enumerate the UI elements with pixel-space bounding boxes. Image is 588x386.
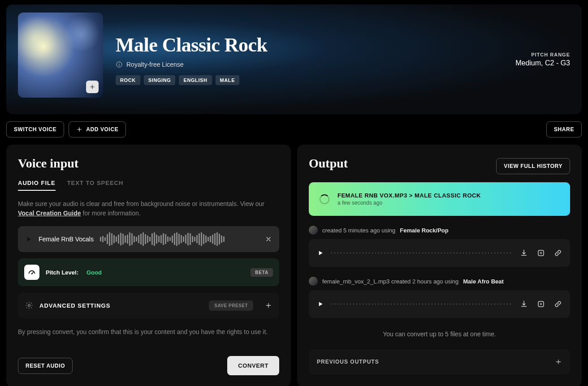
player-actions: [520, 300, 562, 308]
share-link-button[interactable]: [554, 300, 562, 308]
output-header: Output VIEW FULL HISTORY: [309, 156, 570, 176]
voice-image: [18, 13, 103, 98]
audio-player: [309, 290, 570, 318]
uploaded-audio-row: Female RnB Vocals: [18, 226, 279, 252]
tag-item: ROCK: [116, 75, 140, 85]
play-button[interactable]: [317, 300, 324, 308]
enhance-button[interactable]: [537, 249, 545, 257]
beta-badge: BETA: [251, 268, 273, 277]
input-footer: RESET AUDIO CONVERT: [18, 356, 279, 375]
rights-disclaimer: By pressing convert, you confirm that th…: [18, 328, 279, 335]
output-item-voice: Male Afro Beat: [463, 278, 504, 285]
input-tabs: AUDIO FILE TEXT TO SPEECH: [18, 176, 279, 191]
plus-icon: [265, 302, 272, 309]
voice-input-title: Voice input: [18, 156, 279, 171]
output-item-prefix: female_rnb_vox_2_L.mp3 created 2 hours a…: [322, 278, 458, 285]
output-title: Output: [309, 156, 348, 171]
view-history-label: VIEW FULL HISTORY: [504, 163, 562, 169]
advanced-settings-row[interactable]: ADVANCED SETTINGS SAVE PRESET: [18, 292, 279, 318]
previous-outputs-label: PREVIOUS OUTPUTS: [317, 359, 379, 365]
pitch-level-box: Pitch Level: Good BETA: [18, 258, 279, 286]
previous-outputs-row[interactable]: PREVIOUS OUTPUTS: [309, 349, 570, 374]
add-image-button[interactable]: [86, 81, 99, 93]
link-icon: [554, 249, 562, 257]
download-icon: [520, 300, 528, 308]
plus-icon: [76, 126, 82, 133]
enhance-button[interactable]: [537, 300, 545, 308]
spinner-icon: [320, 194, 329, 204]
output-meta: female_rnb_vox_2_L.mp3 created 2 hours a…: [309, 277, 570, 286]
pitch-range-label: PITCH RANGE: [515, 52, 570, 57]
hero-content: Male Classic Rock Royalty-free License R…: [116, 13, 268, 106]
play-icon: [317, 300, 324, 308]
convert-button[interactable]: CONVERT: [227, 356, 279, 375]
player-actions: [520, 249, 562, 257]
pitch-range-value: Medium, C2 - G3: [515, 59, 570, 67]
link-icon: [554, 300, 562, 308]
download-icon: [520, 249, 528, 257]
progress-track[interactable]: [331, 304, 513, 305]
switch-voice-button[interactable]: SWITCH VOICE: [6, 121, 64, 137]
svg-point-2: [28, 305, 30, 307]
plus-icon: [555, 358, 562, 365]
output-item-voice: Female Rock/Pop: [400, 227, 448, 234]
info-icon: [116, 61, 123, 68]
processing-time: a few seconds ago: [337, 200, 481, 206]
save-preset-button[interactable]: SAVE PRESET: [209, 300, 253, 311]
download-button[interactable]: [520, 300, 528, 308]
pitch-range: PITCH RANGE Medium, C2 - G3: [515, 52, 570, 67]
help-text-1: Make sure your audio is clear and free f…: [18, 200, 264, 207]
tab-audio-file[interactable]: AUDIO FILE: [18, 176, 56, 191]
tab-text-to-speech[interactable]: TEXT TO SPEECH: [67, 176, 124, 191]
avatar: [309, 226, 318, 235]
reset-audio-button[interactable]: RESET AUDIO: [18, 358, 73, 374]
voice-title: Male Classic Rock: [116, 34, 268, 56]
switch-voice-label: SWITCH VOICE: [14, 126, 56, 133]
toolbar: SWITCH VOICE ADD VOICE SHARE: [6, 121, 582, 137]
vocal-creation-guide-link[interactable]: Vocal Creation Guide: [18, 210, 81, 217]
output-item: female_rnb_vox_2_L.mp3 created 2 hours a…: [309, 277, 570, 318]
output-meta: created 5 minutes ago using Female Rock/…: [309, 226, 570, 235]
play-button[interactable]: [317, 249, 324, 257]
download-button[interactable]: [520, 249, 528, 257]
convert-hint: You can convert up to 5 files at one tim…: [309, 330, 570, 338]
waveform[interactable]: [100, 231, 259, 247]
help-text: Make sure your audio is clear and free f…: [18, 199, 279, 218]
gauge-icon: [24, 265, 39, 280]
add-voice-button[interactable]: ADD VOICE: [69, 121, 126, 137]
processing-title: FEMALE RNB VOX.MP3 > MALE CLASSIC ROCK: [337, 192, 481, 199]
progress-track[interactable]: [331, 253, 513, 253]
pitch-level-label: Pitch Level:: [46, 269, 78, 276]
output-item-prefix: created 5 minutes ago using: [322, 227, 395, 234]
pitch-level-value: Good: [86, 269, 102, 276]
audio-file-name: Female RnB Vocals: [39, 236, 94, 243]
view-full-history-button[interactable]: VIEW FULL HISTORY: [496, 158, 570, 174]
output-item: created 5 minutes ago using Female Rock/…: [309, 226, 570, 267]
play-icon: [317, 249, 324, 257]
add-preset-button[interactable]: [265, 302, 272, 309]
sparkle-icon: [537, 249, 545, 257]
add-voice-label: ADD VOICE: [86, 126, 118, 133]
output-panel: Output VIEW FULL HISTORY FEMALE RNB VOX.…: [297, 145, 582, 386]
sparkle-icon: [537, 300, 545, 308]
tag-item: ENGLISH: [179, 75, 212, 85]
license-row: Royalty-free License: [116, 61, 268, 68]
audio-player: [309, 239, 570, 267]
tag-item: MALE: [216, 75, 240, 85]
plus-icon: [89, 84, 95, 90]
main-columns: Voice input AUDIO FILE TEXT TO SPEECH Ma…: [6, 145, 582, 386]
advanced-settings-label: ADVANCED SETTINGS: [39, 302, 110, 309]
voice-hero: Male Classic Rock Royalty-free License R…: [6, 4, 582, 114]
license-text: Royalty-free License: [126, 61, 184, 68]
play-icon: [25, 236, 32, 243]
tag-item: SINGING: [144, 75, 176, 85]
avatar: [309, 277, 318, 286]
share-link-button[interactable]: [554, 249, 562, 257]
play-button[interactable]: [25, 236, 32, 243]
gear-icon: [25, 301, 33, 309]
share-button[interactable]: SHARE: [546, 121, 582, 137]
remove-audio-button[interactable]: [265, 236, 272, 243]
processing-card: FEMALE RNB VOX.MP3 > MALE CLASSIC ROCK a…: [309, 182, 570, 216]
voice-input-panel: Voice input AUDIO FILE TEXT TO SPEECH Ma…: [6, 145, 291, 386]
reset-label: RESET AUDIO: [26, 363, 65, 369]
